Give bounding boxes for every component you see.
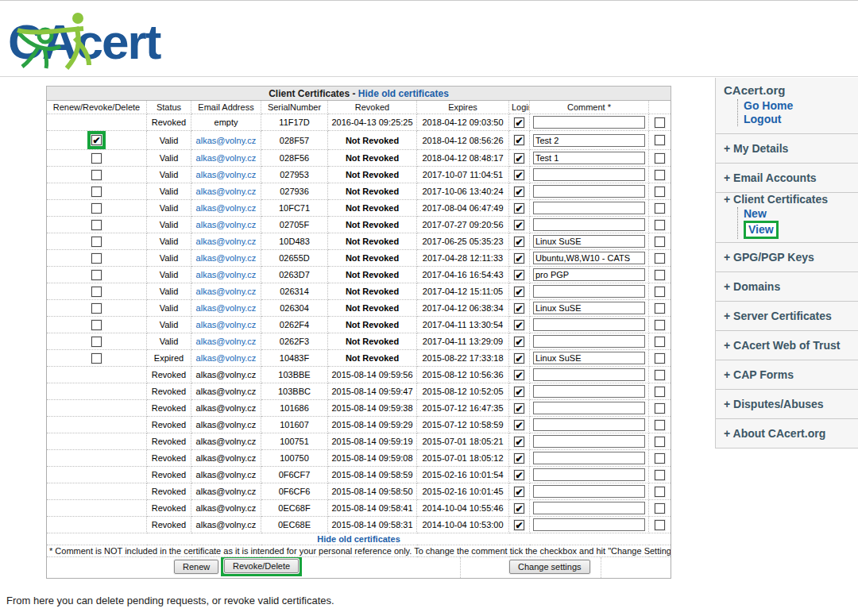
- comment-input[interactable]: [533, 402, 645, 414]
- login-checkbox[interactable]: ✔: [514, 170, 524, 180]
- sidebar-section-about-cacert-org[interactable]: + About CAcert.org: [716, 419, 858, 449]
- login-checkbox[interactable]: ✔: [514, 287, 524, 297]
- comment-input[interactable]: [533, 268, 645, 281]
- revoke-delete-button[interactable]: Revoke/Delete: [224, 559, 299, 573]
- renew-revoke-delete-checkbox[interactable]: [91, 187, 102, 197]
- login-checkbox[interactable]: ✔: [514, 153, 524, 164]
- sidebar-section-cap-forms[interactable]: + CAP Forms: [716, 360, 858, 390]
- comment-input[interactable]: [533, 468, 645, 481]
- login-checkbox[interactable]: ✔: [514, 437, 524, 447]
- sidebar-section-domains[interactable]: + Domains: [716, 272, 858, 302]
- sidebar-section-server-certificates[interactable]: + Server Certificates: [716, 302, 858, 331]
- email-link[interactable]: alkas@volny.cz: [196, 270, 257, 279]
- login-checkbox[interactable]: ✔: [514, 453, 524, 464]
- sidebar-section-gpg-pgp-keys[interactable]: + GPG/PGP Keys: [716, 243, 858, 272]
- login-checkbox[interactable]: ✔: [514, 520, 524, 530]
- login-checkbox[interactable]: ✔: [514, 337, 524, 347]
- sidebar-section-label[interactable]: + CAP Forms: [724, 368, 852, 381]
- change-comment-checkbox[interactable]: [655, 270, 665, 280]
- comment-input[interactable]: [533, 485, 645, 498]
- sidebar-section-label[interactable]: + Domains: [724, 280, 852, 293]
- comment-input[interactable]: [533, 418, 645, 431]
- email-link[interactable]: alkas@volny.cz: [196, 153, 257, 163]
- comment-input[interactable]: [533, 252, 645, 264]
- login-checkbox[interactable]: ✔: [514, 135, 524, 145]
- login-checkbox[interactable]: ✔: [514, 117, 524, 128]
- comment-input[interactable]: [533, 352, 645, 364]
- sidebar-section-label[interactable]: + My Details: [724, 142, 852, 155]
- email-link[interactable]: alkas@volny.cz: [196, 353, 257, 363]
- change-comment-checkbox[interactable]: [655, 135, 665, 145]
- change-comment-checkbox[interactable]: [655, 220, 665, 230]
- comment-input[interactable]: [533, 368, 645, 381]
- login-checkbox[interactable]: ✔: [514, 237, 524, 247]
- sidebar-link-go-home[interactable]: Go Home: [744, 99, 852, 113]
- comment-input[interactable]: [533, 385, 645, 398]
- sidebar-section-label[interactable]: + About CAcert.org: [724, 427, 852, 440]
- change-comment-checkbox[interactable]: [655, 203, 665, 214]
- sidebar-section-disputes-abuses[interactable]: + Disputes/Abuses: [716, 390, 858, 419]
- login-checkbox[interactable]: ✔: [514, 203, 524, 214]
- change-settings-button[interactable]: Change settings: [509, 560, 590, 574]
- change-comment-checkbox[interactable]: [655, 503, 665, 514]
- change-comment-checkbox[interactable]: [655, 153, 665, 164]
- renew-revoke-delete-checkbox[interactable]: [91, 253, 102, 264]
- login-checkbox[interactable]: ✔: [514, 320, 524, 330]
- login-checkbox[interactable]: ✔: [514, 270, 524, 280]
- email-link[interactable]: alkas@volny.cz: [196, 203, 257, 213]
- renew-revoke-delete-checkbox[interactable]: [91, 287, 102, 297]
- comment-input[interactable]: [533, 318, 645, 331]
- renew-revoke-delete-checkbox[interactable]: [91, 270, 102, 280]
- comment-input[interactable]: [533, 452, 645, 464]
- login-checkbox[interactable]: ✔: [514, 420, 524, 430]
- email-link[interactable]: alkas@volny.cz: [196, 237, 257, 246]
- change-comment-checkbox[interactable]: [655, 470, 665, 480]
- login-checkbox[interactable]: ✔: [514, 403, 524, 414]
- email-link[interactable]: alkas@volny.cz: [196, 287, 257, 296]
- sidebar-section-email-accounts[interactable]: + Email Accounts: [716, 164, 858, 193]
- change-comment-checkbox[interactable]: [655, 287, 665, 297]
- comment-input[interactable]: [533, 152, 645, 164]
- sidebar-section-label[interactable]: + CAcert Web of Trust: [724, 339, 852, 352]
- login-checkbox[interactable]: ✔: [514, 487, 524, 497]
- sidebar-section-label[interactable]: + Client Certificates: [724, 193, 852, 206]
- login-checkbox[interactable]: ✔: [514, 303, 524, 314]
- change-comment-checkbox[interactable]: [655, 237, 665, 247]
- change-comment-checkbox[interactable]: [655, 370, 665, 380]
- renew-revoke-delete-checkbox[interactable]: [91, 303, 102, 314]
- renew-button[interactable]: Renew: [174, 560, 218, 574]
- renew-revoke-delete-checkbox[interactable]: [91, 203, 102, 214]
- renew-revoke-delete-checkbox[interactable]: [91, 353, 102, 364]
- sidebar-section-label[interactable]: + Email Accounts: [724, 171, 852, 184]
- email-link[interactable]: alkas@volny.cz: [196, 220, 257, 229]
- renew-revoke-delete-checkbox[interactable]: [91, 337, 102, 347]
- change-comment-checkbox[interactable]: [655, 437, 665, 447]
- comment-input[interactable]: [533, 502, 645, 514]
- login-checkbox[interactable]: ✔: [514, 470, 524, 480]
- renew-revoke-delete-checkbox[interactable]: [91, 237, 102, 247]
- change-comment-checkbox[interactable]: [655, 487, 665, 497]
- comment-input[interactable]: [533, 302, 645, 314]
- email-link[interactable]: alkas@volny.cz: [196, 253, 257, 263]
- email-link[interactable]: alkas@volny.cz: [196, 303, 257, 313]
- renew-revoke-delete-checkbox[interactable]: ✔: [91, 135, 102, 145]
- change-comment-checkbox[interactable]: [655, 353, 665, 364]
- change-comment-checkbox[interactable]: [655, 117, 665, 128]
- comment-input[interactable]: [533, 134, 645, 147]
- comment-input[interactable]: [533, 335, 645, 348]
- email-link[interactable]: alkas@volny.cz: [196, 187, 257, 196]
- hide-old-certificates-link-top[interactable]: Hide old certificates: [358, 88, 449, 99]
- email-link[interactable]: alkas@volny.cz: [196, 320, 257, 329]
- comment-input[interactable]: [533, 185, 645, 198]
- login-checkbox[interactable]: ✔: [514, 353, 524, 364]
- renew-revoke-delete-checkbox[interactable]: [91, 320, 102, 330]
- change-comment-checkbox[interactable]: [655, 337, 665, 347]
- comment-input[interactable]: [533, 218, 645, 231]
- change-comment-checkbox[interactable]: [655, 420, 665, 430]
- renew-revoke-delete-checkbox[interactable]: [91, 220, 102, 230]
- change-comment-checkbox[interactable]: [655, 187, 665, 197]
- login-checkbox[interactable]: ✔: [514, 503, 524, 514]
- comment-input[interactable]: [533, 168, 645, 181]
- comment-input[interactable]: [533, 235, 645, 248]
- sidebar-section-client-certificates[interactable]: + Client CertificatesNewView: [716, 193, 858, 243]
